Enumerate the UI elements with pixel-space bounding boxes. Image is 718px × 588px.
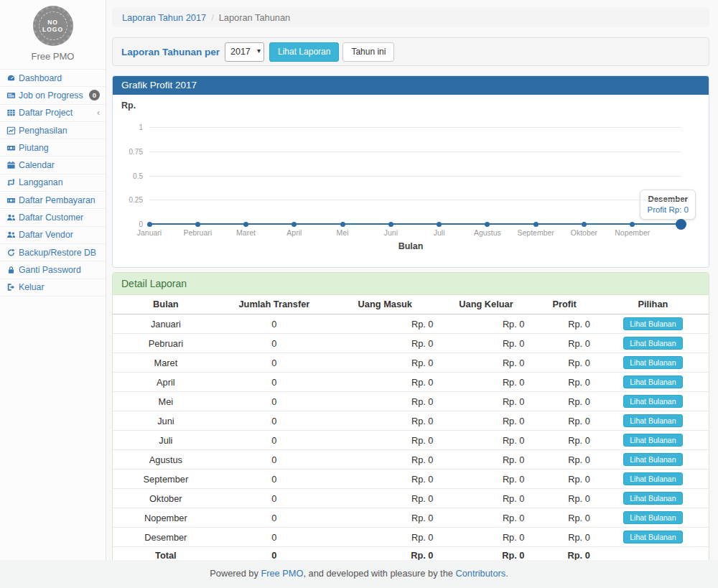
view-month-button-nopember[interactable]: Lihat Bulanan bbox=[623, 511, 682, 524]
data-point-agustus bbox=[485, 222, 490, 227]
cell-jumlah-transfer: 0 bbox=[219, 470, 330, 489]
newspaper-icon bbox=[6, 91, 19, 100]
line-chart-icon bbox=[6, 126, 19, 135]
cell-jumlah-transfer: 0 bbox=[219, 392, 330, 411]
x-tick-label: Pebruari bbox=[172, 228, 223, 237]
cell-bulan: April bbox=[113, 373, 219, 392]
sidebar-item-calendar[interactable]: Calendar bbox=[0, 157, 106, 174]
year-select-wrap: 2017 bbox=[225, 42, 264, 62]
cell-uang-masuk: Rp. 0 bbox=[330, 528, 440, 547]
cell-uang-masuk: Rp. 0 bbox=[330, 411, 440, 431]
lock-icon bbox=[6, 266, 19, 274]
column-header-pilihan: Pilihan bbox=[597, 295, 709, 314]
y-tick-label: 0.5 bbox=[118, 172, 143, 180]
breadcrumb-link[interactable]: Laporan Tahun 2017 bbox=[122, 12, 206, 23]
sidebar-item-daftar-customer[interactable]: Daftar Customer bbox=[0, 209, 106, 226]
column-header-bulan: Bulan bbox=[113, 295, 219, 314]
view-report-button[interactable]: Lihat Laporan bbox=[269, 42, 339, 62]
view-month-button-pebruari[interactable]: Lihat Bulanan bbox=[623, 337, 682, 350]
cell-pilihan: Lihat Bulanan bbox=[597, 334, 709, 353]
view-month-button-juni[interactable]: Lihat Bulanan bbox=[623, 414, 682, 427]
logo-area: NO LOGO Free PMO bbox=[0, 0, 106, 62]
view-month-button-september[interactable]: Lihat Bulanan bbox=[623, 472, 682, 485]
sidebar-item-keluar[interactable]: Keluar bbox=[0, 279, 106, 297]
sidebar-item-label: Daftar Pembayaran bbox=[19, 195, 95, 205]
current-year-button[interactable]: Tahun ini bbox=[342, 42, 394, 62]
sidebar: NO LOGO Free PMO DashboardJob on Progres… bbox=[0, 0, 106, 560]
column-header-profit: Profit bbox=[531, 295, 597, 314]
cell-bulan: Juni bbox=[113, 411, 219, 431]
view-month-button-maret[interactable]: Lihat Bulanan bbox=[623, 356, 682, 369]
page: NO LOGO Free PMO DashboardJob on Progres… bbox=[0, 0, 718, 588]
detail-report-panel: Detail Laporan BulanJumlah TransferUang … bbox=[112, 272, 709, 569]
gridline bbox=[149, 200, 681, 200]
sidebar-item-label: Backup/Restore DB bbox=[19, 248, 96, 258]
sidebar-item-ganti-password[interactable]: Ganti Password bbox=[0, 261, 106, 279]
cell-profit: Rp. 0 bbox=[531, 373, 597, 392]
cell-jumlah-transfer: 0 bbox=[219, 373, 330, 392]
users-icon bbox=[6, 213, 19, 222]
view-month-button-april[interactable]: Lihat Bulanan bbox=[623, 375, 682, 388]
sidebar-item-daftar-vendor[interactable]: Daftar Vendor bbox=[0, 227, 106, 244]
footer-link-contributors[interactable]: Contributors. bbox=[455, 568, 508, 579]
sidebar-item-backup-restore-db[interactable]: Backup/Restore DB bbox=[0, 244, 106, 261]
sidebar-item-label: Daftar Vendor bbox=[19, 230, 73, 240]
data-point-desember bbox=[676, 219, 686, 230]
view-month-button-desember[interactable]: Lihat Bulanan bbox=[623, 531, 682, 543]
data-point-januari bbox=[147, 222, 152, 227]
sidebar-item-job-on-progress[interactable]: Job on Progress0 bbox=[0, 87, 106, 104]
cell-bulan: Pebruari bbox=[113, 334, 219, 353]
cell-bulan: Nopember bbox=[113, 508, 219, 528]
table-row-oktober: Oktober0Rp. 0Rp. 0Rp. 0Lihat Bulanan bbox=[113, 489, 709, 508]
cell-bulan: Agustus bbox=[113, 450, 219, 470]
sidebar-item-label: Penghasilan bbox=[19, 126, 67, 136]
y-tick-label: 1 bbox=[118, 123, 143, 131]
cell-pilihan: Lihat Bulanan bbox=[597, 411, 709, 431]
sidebar-item-piutang[interactable]: Piutang bbox=[0, 139, 106, 157]
x-tick-label: Mei bbox=[317, 228, 368, 237]
view-month-button-agustus[interactable]: Lihat Bulanan bbox=[623, 453, 682, 466]
cell-profit: Rp. 0 bbox=[531, 314, 597, 334]
view-month-button-januari[interactable]: Lihat Bulanan bbox=[623, 317, 682, 330]
table-header-row: BulanJumlah TransferUang MasukUang Kelua… bbox=[113, 295, 709, 314]
sidebar-item-label: Daftar Customer bbox=[19, 213, 83, 223]
cell-pilihan: Lihat Bulanan bbox=[597, 314, 709, 334]
view-month-button-juli[interactable]: Lihat Bulanan bbox=[623, 434, 682, 447]
cell-bulan: Januari bbox=[113, 314, 219, 334]
detail-panel-title: Detail Laporan bbox=[113, 273, 709, 295]
cell-profit: Rp. 0 bbox=[531, 353, 597, 373]
table-row-nopember: Nopember0Rp. 0Rp. 0Rp. 0Lihat Bulanan bbox=[113, 508, 709, 528]
cell-jumlah-transfer: 0 bbox=[219, 334, 330, 353]
sidebar-item-daftar-project[interactable]: Daftar Project‹ bbox=[0, 105, 106, 122]
sidebar-item-langganan[interactable]: Langganan bbox=[0, 174, 106, 192]
cell-profit: Rp. 0 bbox=[531, 431, 597, 450]
cell-uang-keluar: Rp. 0 bbox=[440, 373, 531, 392]
table-row-april: April0Rp. 0Rp. 0Rp. 0Lihat Bulanan bbox=[113, 373, 709, 392]
footer-link-free-pmo[interactable]: Free PMO bbox=[261, 568, 303, 579]
cell-profit: Rp. 0 bbox=[531, 450, 597, 470]
chart-panel-title: Grafik Profit 2017 bbox=[113, 76, 709, 95]
cell-jumlah-transfer: 0 bbox=[219, 528, 330, 547]
cell-bulan: Oktober bbox=[113, 489, 219, 508]
report-table: BulanJumlah TransferUang MasukUang Kelua… bbox=[113, 295, 709, 564]
sidebar-item-penghasilan[interactable]: Penghasilan bbox=[0, 122, 106, 139]
cell-jumlah-transfer: 0 bbox=[219, 431, 330, 450]
cell-pilihan: Lihat Bulanan bbox=[597, 353, 709, 373]
sidebar-menu: DashboardJob on Progress0Daftar Project‹… bbox=[0, 69, 106, 297]
view-month-button-mei[interactable]: Lihat Bulanan bbox=[623, 395, 682, 408]
year-select[interactable]: 2017 bbox=[225, 42, 264, 62]
cell-profit: Rp. 0 bbox=[531, 489, 597, 508]
sidebar-item-dashboard[interactable]: Dashboard bbox=[0, 70, 106, 87]
cell-bulan: Mei bbox=[113, 392, 219, 411]
x-tick-label: Januari bbox=[124, 228, 174, 237]
sidebar-item-label: Daftar Project bbox=[19, 108, 73, 118]
cell-uang-masuk: Rp. 0 bbox=[330, 314, 440, 334]
gridline bbox=[149, 151, 681, 152]
sidebar-item-daftar-pembayaran[interactable]: Daftar Pembayaran bbox=[0, 192, 106, 209]
tooltip-value: Profit Rp: 0 bbox=[647, 205, 689, 215]
job-count-badge: 0 bbox=[89, 90, 100, 101]
cell-profit: Rp. 0 bbox=[531, 334, 597, 353]
view-month-button-oktober[interactable]: Lihat Bulanan bbox=[623, 492, 682, 505]
cell-jumlah-transfer: 0 bbox=[219, 450, 330, 470]
gridline bbox=[149, 127, 681, 128]
